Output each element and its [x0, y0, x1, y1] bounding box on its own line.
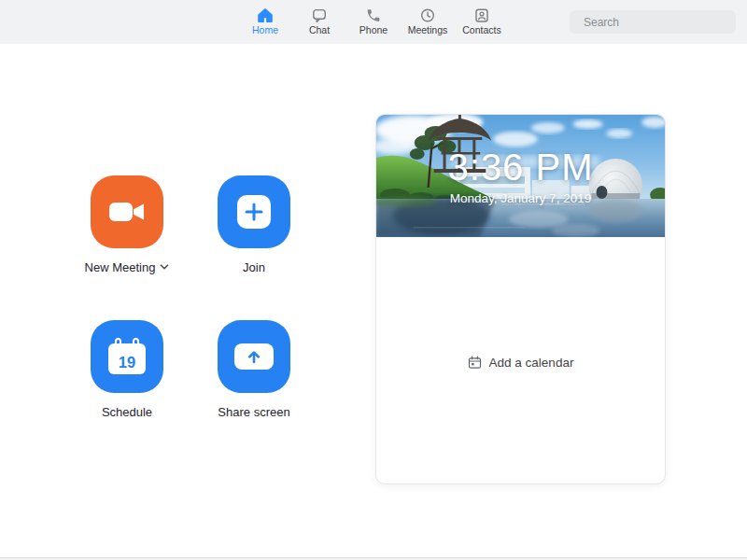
tab-phone[interactable]: Phone — [346, 7, 401, 36]
phone-handset-icon — [365, 7, 382, 23]
tab-home-label: Home — [252, 25, 278, 36]
clock-icon — [419, 7, 436, 23]
nav-tabs: Home Chat Phone Meetin — [238, 7, 509, 36]
action-new-meeting: New Meeting — [91, 175, 163, 274]
calendar-card: 3:36 PM Monday, January 7, 2019 Add a ca… — [375, 114, 666, 484]
calendar-outline-icon — [468, 356, 482, 370]
home-icon — [257, 7, 274, 23]
tab-phone-label: Phone — [359, 25, 388, 36]
tab-contacts-label: Contacts — [462, 25, 500, 36]
new-meeting-label: New Meeting — [85, 260, 156, 274]
add-calendar-button[interactable]: Add a calendar — [376, 356, 665, 370]
top-navigation-bar: Home Chat Phone Meetin — [0, 0, 747, 44]
tab-home[interactable]: Home — [238, 7, 292, 36]
tab-contacts[interactable]: Contacts — [455, 7, 509, 36]
new-meeting-button[interactable] — [91, 175, 163, 248]
search-box[interactable] — [570, 10, 736, 34]
share-screen-button[interactable] — [218, 320, 290, 393]
action-share-screen: Share screen — [218, 320, 290, 419]
contact-card-icon — [473, 7, 490, 23]
search-input[interactable] — [584, 16, 728, 29]
chat-bubble-icon — [311, 7, 328, 23]
share-screen-label: Share screen — [218, 405, 289, 419]
action-join: Join — [218, 175, 290, 274]
calendar-19-icon: 19 — [108, 339, 146, 374]
join-button[interactable] — [218, 175, 290, 248]
share-arrow-up-icon — [234, 343, 274, 370]
plus-icon — [237, 195, 271, 229]
chevron-down-icon[interactable] — [160, 264, 169, 271]
add-calendar-label: Add a calendar — [489, 356, 574, 370]
schedule-label: Schedule — [102, 405, 152, 419]
join-label: Join — [243, 260, 265, 274]
tab-meetings[interactable]: Meetings — [401, 7, 455, 36]
tab-chat-label: Chat — [309, 25, 330, 36]
zoom-home-window: Home Chat Phone Meetin — [0, 0, 747, 560]
calendar-card-photo: 3:36 PM Monday, January 7, 2019 — [376, 115, 665, 237]
schedule-button[interactable]: 19 — [91, 320, 163, 393]
action-schedule: 19 Schedule — [91, 320, 163, 419]
video-camera-icon — [108, 200, 146, 224]
tab-chat[interactable]: Chat — [292, 7, 346, 36]
calendar-day-number: 19 — [119, 354, 135, 371]
landscape-scene — [376, 115, 665, 237]
tab-meetings-label: Meetings — [408, 25, 448, 36]
